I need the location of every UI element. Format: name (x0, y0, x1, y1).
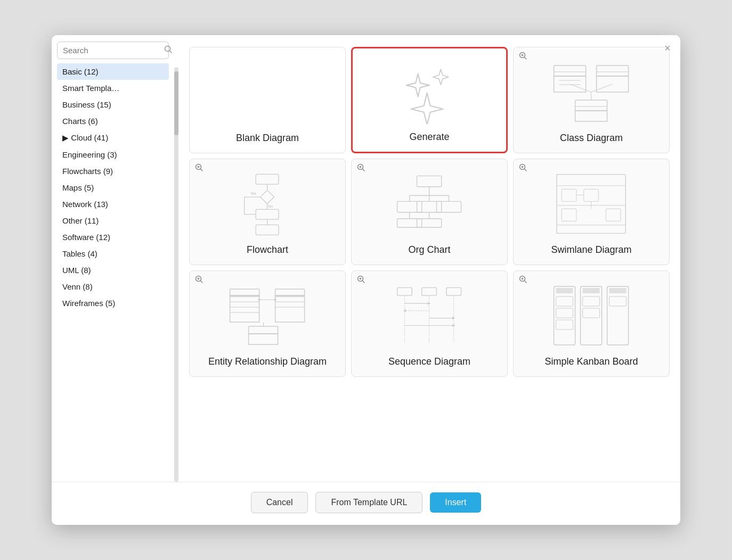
sidebar-item-tables[interactable]: Tables (4) (57, 245, 169, 262)
zoom-icon-class[interactable] (519, 52, 527, 62)
svg-rect-114 (583, 288, 600, 293)
svg-rect-73 (230, 295, 259, 322)
template-grid: Blank Diagram (189, 47, 670, 377)
svg-rect-28 (256, 210, 279, 220)
card-label-orgchart: Org Chart (403, 244, 456, 256)
svg-rect-113 (556, 288, 573, 293)
flowchart-preview: Yes No (206, 172, 329, 236)
template-card-orgchart[interactable]: Org Chart (351, 159, 508, 265)
sidebar-item-wireframes[interactable]: Wireframes (5) (57, 295, 169, 311)
card-preview-kanban (514, 271, 669, 356)
sidebar-item-venn[interactable]: Venn (8) (57, 278, 169, 295)
card-label-blank: Blank Diagram (231, 132, 304, 144)
sidebar-item-basic[interactable]: Basic (12) (57, 63, 169, 80)
svg-line-54 (525, 169, 527, 171)
svg-rect-61 (562, 190, 577, 202)
sidebar-item-charts[interactable]: Charts (6) (57, 113, 169, 129)
sidebar-item-business[interactable]: Business (15) (57, 96, 169, 113)
zoom-icon-er[interactable] (195, 275, 204, 286)
dialog-footer: Cancel From Template URL Insert (52, 482, 680, 525)
template-card-er[interactable]: Entity Relationship Diagram (189, 270, 346, 377)
card-preview-blank (190, 47, 345, 132)
template-card-sequence[interactable]: Sequence Diagram (351, 270, 508, 377)
sidebar-item-cloud[interactable]: ▶ Cloud (41) (57, 129, 169, 146)
template-card-flowchart[interactable]: Yes No Flowchart (189, 159, 346, 265)
kanban-preview (530, 284, 653, 348)
class-diagram-preview (530, 60, 653, 124)
template-card-class[interactable]: Class Diagram (513, 47, 670, 153)
sidebar-item-smart[interactable]: Smart Templa… (57, 80, 169, 96)
sequence-preview (368, 284, 491, 348)
svg-rect-92 (397, 288, 412, 296)
dialog-body: Basic (12)Smart Templa…Business (15)Char… (52, 35, 680, 482)
template-card-generate[interactable]: Generate (351, 47, 508, 153)
zoom-icon-flowchart[interactable] (195, 163, 204, 174)
sidebar-item-other[interactable]: Other (11) (57, 212, 169, 229)
swimlane-preview (530, 172, 653, 236)
svg-rect-93 (422, 288, 437, 296)
search-icon (164, 45, 173, 55)
card-preview-orgchart (352, 159, 507, 244)
svg-line-21 (201, 169, 203, 171)
sidebar-item-flowcharts[interactable]: Flowcharts (9) (57, 163, 169, 179)
svg-rect-115 (609, 288, 627, 293)
close-button[interactable]: × (664, 43, 671, 53)
card-preview-flowchart: Yes No (190, 159, 345, 244)
sidebar-item-software[interactable]: Software (12) (57, 229, 169, 245)
svg-line-89 (363, 281, 365, 283)
card-label-class: Class Diagram (555, 132, 628, 144)
sidebar-item-uml[interactable]: UML (8) (57, 262, 169, 278)
svg-rect-40 (417, 176, 442, 187)
svg-rect-47 (417, 202, 442, 212)
sidebar-area: Basic (12)Smart Templa…Business (15)Char… (52, 42, 178, 482)
svg-rect-110 (554, 286, 575, 345)
search-input[interactable] (63, 46, 164, 55)
svg-rect-24 (256, 175, 279, 185)
zoom-icon-sequence[interactable] (357, 275, 365, 286)
sidebar-scrollbar[interactable] (174, 67, 178, 482)
svg-rect-121 (609, 297, 627, 306)
svg-text:Yes: Yes (250, 192, 257, 195)
svg-rect-51 (397, 219, 422, 228)
template-card-kanban[interactable]: Simple Kanban Board (513, 270, 670, 377)
cancel-button[interactable]: Cancel (251, 492, 308, 513)
svg-rect-94 (446, 288, 461, 296)
sidebar-item-maps[interactable]: Maps (5) (57, 179, 169, 196)
svg-rect-79 (275, 295, 305, 322)
sidebar-item-engineering[interactable]: Engineering (3) (57, 146, 169, 163)
er-preview (206, 284, 329, 348)
card-preview-swimlane (514, 159, 669, 244)
generate-icon-svg (369, 60, 490, 124)
svg-rect-6 (554, 65, 586, 76)
card-preview-class (514, 47, 669, 132)
sidebar: Basic (12)Smart Templa…Business (15)Char… (52, 42, 174, 482)
svg-marker-26 (261, 191, 274, 204)
zoom-icon-swimlane[interactable] (519, 163, 527, 174)
template-url-button[interactable]: From Template URL (315, 492, 422, 513)
svg-rect-52 (417, 219, 442, 228)
svg-rect-117 (556, 308, 573, 318)
svg-line-3 (525, 57, 527, 60)
card-label-swimlane: Swimlane Diagram (546, 244, 637, 256)
svg-marker-103 (452, 317, 456, 320)
zoom-icon-kanban[interactable] (519, 275, 527, 286)
card-label-er: Entity Relationship Diagram (203, 356, 332, 368)
svg-text:No: No (269, 204, 273, 208)
svg-line-18 (570, 84, 591, 92)
dialog: × Basic (12)Smart Templa…Business (15)Ch… (52, 35, 680, 525)
search-box (57, 42, 169, 59)
svg-line-68 (201, 281, 203, 283)
svg-marker-105 (452, 324, 456, 327)
svg-marker-101 (403, 309, 406, 312)
svg-rect-119 (583, 297, 600, 306)
template-card-blank[interactable]: Blank Diagram (189, 47, 346, 153)
svg-rect-16 (575, 111, 607, 121)
sidebar-item-network[interactable]: Network (13) (57, 196, 169, 212)
card-label-flowchart: Flowchart (241, 244, 294, 256)
svg-rect-30 (256, 225, 279, 235)
svg-rect-63 (606, 209, 621, 221)
main-content: Blank Diagram (178, 42, 680, 482)
insert-button[interactable]: Insert (430, 492, 481, 513)
template-card-swimlane[interactable]: Swimlane Diagram (513, 159, 670, 265)
zoom-icon-orgchart[interactable] (357, 163, 365, 174)
